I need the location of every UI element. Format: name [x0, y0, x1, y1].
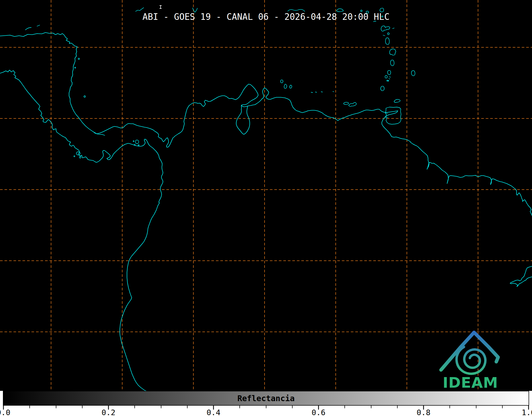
- colorbar-minor-tick: [161, 406, 161, 408]
- station-marker-icon: [160, 6, 162, 8]
- colorbar-tick-label: 0.2: [102, 408, 115, 417]
- coastline-caribbean-mainland: [0, 33, 532, 216]
- latlon-grid: [0, 0, 532, 391]
- colorbar-minor-tick: [134, 406, 135, 408]
- colorbar-tick-label: 1.0: [522, 408, 532, 417]
- colorbar-axis: 0.00.20.40.60.81.0: [3, 406, 529, 417]
- lake-maracaibo-outline: [236, 106, 250, 134]
- satellite-map: IDEAM ABI - GOES 19 - CANAL 06 - 2026-04…: [0, 0, 532, 391]
- ideam-logo-text: IDEAM: [443, 374, 498, 391]
- colorbar-minor-tick: [56, 406, 56, 408]
- ideam-logo: IDEAM: [441, 332, 498, 391]
- colorbar-tick-label: 0.8: [417, 408, 430, 417]
- colorbar-minor-tick: [502, 406, 503, 408]
- colorbar-minor-tick: [397, 406, 398, 408]
- colorbar-minor-tick: [449, 406, 450, 408]
- colorbar-minor-tick: [187, 406, 188, 408]
- coastline-amazon-corner: [510, 266, 532, 287]
- colorbar-minor-tick: [82, 406, 83, 408]
- colorbar-minor-tick: [476, 406, 476, 408]
- colorbar-minor-tick: [239, 406, 240, 408]
- colorbar-label: Reflectancia: [237, 394, 295, 403]
- coastline-layer: [0, 8, 532, 391]
- colorbar-minor-tick: [292, 406, 293, 408]
- colorbar-minor-tick: [371, 406, 371, 408]
- small-islands-outlines: [25, 8, 415, 158]
- colorbar-tick-label: 0.6: [312, 408, 325, 417]
- colorbar-tick-label: 0.0: [0, 408, 10, 417]
- satellite-image-viewer: IDEAM ABI - GOES 19 - CANAL 06 - 2026-04…: [0, 0, 532, 417]
- map-canvas: IDEAM: [0, 0, 532, 391]
- colorbar-tick-label: 0.4: [207, 408, 220, 417]
- trinidad-island-outline: [385, 107, 401, 124]
- hurricane-spiral-icon: [457, 347, 485, 374]
- colorbar-minor-tick: [344, 406, 345, 408]
- coastline-pacific-mainland: [0, 70, 163, 391]
- image-title: ABI - GOES 19 - CANAL 06 - 2026-04-28 20…: [143, 12, 390, 22]
- colorbar-minor-tick: [266, 406, 266, 408]
- colorbar-minor-tick: [29, 406, 30, 408]
